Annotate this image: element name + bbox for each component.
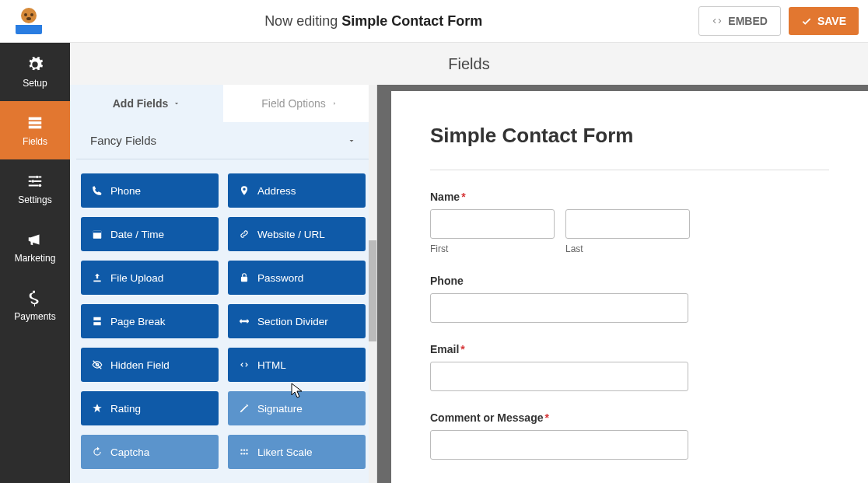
divider-icon (239, 316, 250, 327)
field-rating[interactable]: Rating (81, 391, 219, 425)
calendar-icon (92, 229, 103, 240)
chevron-right-icon (331, 100, 338, 107)
field-phone[interactable]: Phone (81, 173, 219, 208)
svg-point-4 (30, 13, 33, 16)
sidebar-label: Marketing (15, 253, 56, 264)
grid-icon (239, 446, 250, 457)
field-signature[interactable]: Signature (228, 391, 366, 425)
field-label: Page Break (110, 316, 166, 327)
field-pagebreak[interactable]: Page Break (81, 304, 219, 338)
svg-rect-15 (93, 317, 100, 320)
dollar-icon (26, 289, 44, 306)
group-title: Fancy Fields (90, 134, 156, 147)
code-icon (712, 16, 723, 26)
scrollbar-thumb[interactable] (369, 240, 376, 341)
phone-icon (92, 185, 103, 196)
svg-point-19 (246, 450, 247, 451)
sidebar-item-setup[interactable]: Setup (0, 43, 70, 101)
form-title: Simple Contact Form (430, 124, 829, 148)
svg-point-18 (243, 450, 245, 451)
svg-rect-6 (29, 117, 42, 120)
comment-label: Comment or Message* (430, 411, 829, 424)
form-preview: Simple Contact Form Name* First Last (377, 85, 868, 483)
required-mark: * (460, 343, 464, 355)
editing-title: Now editing Simple Contact Form (48, 13, 698, 30)
upload-icon (92, 272, 103, 283)
sidebar-item-payments[interactable]: Payments (0, 276, 70, 334)
tab-field-options[interactable]: Field Options (223, 85, 376, 122)
svg-point-20 (240, 453, 242, 454)
sidebar-label: Setup (23, 78, 47, 89)
field-label: Website / URL (257, 229, 325, 240)
pencil-icon (239, 403, 250, 414)
field-label: Address (257, 185, 296, 197)
field-label: Rating (110, 403, 141, 415)
refresh-icon (92, 446, 103, 457)
tab-add-fields[interactable]: Add Fields (70, 85, 223, 122)
link-icon (239, 229, 250, 240)
chevron-down-icon (347, 136, 356, 145)
field-password[interactable]: Password (228, 261, 366, 295)
eye-slash-icon (92, 359, 103, 370)
sidebar-item-marketing[interactable]: Marketing (0, 218, 70, 276)
field-fileupload[interactable]: File Upload (81, 261, 219, 295)
section-title: Fields (70, 43, 868, 85)
lock-icon (239, 272, 250, 283)
sidebar-item-settings[interactable]: Settings (0, 159, 70, 218)
main-sidebar: Setup Fields Settings Marketing Payments (0, 43, 70, 483)
svg-rect-13 (93, 230, 102, 233)
email-label: Email* (430, 343, 829, 355)
required-mark: * (461, 191, 465, 203)
tab-label: Add Fields (113, 97, 169, 110)
pin-icon (239, 185, 250, 196)
field-sectiondivider[interactable]: Section Divider (228, 304, 366, 338)
name-label: Name* (430, 191, 829, 203)
field-captcha[interactable]: Captcha (81, 435, 219, 469)
svg-point-21 (243, 453, 245, 454)
check-icon (801, 16, 812, 26)
chevron-down-icon (173, 100, 180, 107)
field-label: Captcha (110, 446, 149, 458)
embed-button[interactable]: EMBED (698, 6, 781, 36)
last-name-input[interactable] (565, 209, 690, 239)
field-label: Section Divider (257, 316, 328, 327)
field-label: Date / Time (110, 229, 164, 240)
svg-rect-14 (241, 277, 247, 282)
field-address[interactable]: Address (228, 173, 366, 208)
sidebar-label: Payments (14, 311, 55, 322)
field-label: File Upload (110, 272, 163, 284)
embed-label: EMBED (728, 15, 768, 27)
svg-point-3 (24, 13, 27, 16)
phone-input[interactable] (430, 293, 688, 323)
first-name-input[interactable] (430, 209, 555, 239)
field-html[interactable]: HTML (228, 348, 366, 382)
field-label: Likert Scale (257, 446, 313, 458)
form-icon (26, 114, 44, 131)
svg-point-11 (39, 184, 42, 187)
field-group-header[interactable]: Fancy Fields (76, 122, 370, 159)
field-label: HTML (257, 359, 286, 371)
svg-rect-16 (93, 322, 100, 325)
editing-prefix: Now editing (264, 13, 341, 29)
field-datetime[interactable]: Date / Time (81, 217, 219, 251)
phone-label: Phone (430, 275, 829, 287)
save-label: SAVE (817, 15, 846, 27)
svg-point-5 (26, 17, 31, 20)
field-website[interactable]: Website / URL (228, 217, 366, 251)
code-icon (239, 359, 250, 370)
svg-point-9 (36, 175, 39, 178)
field-likert[interactable]: Likert Scale (228, 435, 366, 469)
top-bar: Now editing Simple Contact Form EMBED SA… (0, 0, 868, 43)
required-mark: * (544, 411, 548, 424)
first-sublabel: First (430, 243, 555, 254)
pagebreak-icon (92, 316, 103, 327)
save-button[interactable]: SAVE (789, 7, 859, 35)
svg-point-2 (21, 8, 37, 23)
comment-input[interactable] (430, 430, 688, 460)
field-label: Phone (110, 185, 141, 197)
sidebar-item-fields[interactable]: Fields (0, 101, 70, 159)
sidebar-label: Settings (18, 194, 51, 205)
fields-panel: Add Fields Field Options Fancy Fields Ph… (70, 85, 377, 483)
email-input[interactable] (430, 362, 688, 391)
field-hidden[interactable]: Hidden Field (81, 348, 219, 382)
